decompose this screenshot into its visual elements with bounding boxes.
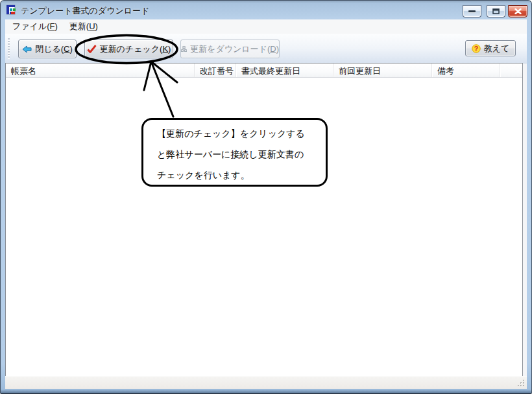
application-window: テンプレート書式のダウンロード ファイル(F) 更新(U) [0,0,532,394]
column-header-last-update[interactable]: 書式最終更新日 [236,64,333,77]
list-header: 帳票名 改訂番号 書式最終更新日 前回更新日 備考 [6,64,522,78]
column-header-revision[interactable]: 改訂番号 [195,64,236,77]
menu-bar: ファイル(F) 更新(U) [5,19,527,34]
menu-update[interactable]: 更新(U) [64,19,104,34]
column-header-prev-update[interactable]: 前回更新日 [333,64,432,77]
toolbar: 閉じる(C) 更新のチェック(K) 更新をダウンロード(D) [5,34,527,64]
svg-text:?: ? [474,44,478,52]
toolbar-gripper[interactable] [8,38,10,59]
callout-line: と弊社サーバーに接続し更新文書の [157,144,326,165]
callout-line: チェックを行います。 [157,165,326,185]
column-header-form-name[interactable]: 帳票名 [6,64,195,77]
resize-grip[interactable] [517,379,526,388]
back-arrow-icon [22,45,32,53]
callout-line: 【更新のチェック】をクリックする [157,123,326,144]
column-header-remarks[interactable]: 備考 [432,64,500,77]
minimize-button[interactable] [463,5,481,17]
close-icon [514,8,522,14]
help-button[interactable]: ? 教えて [465,40,516,56]
close-button[interactable] [508,5,527,17]
client-area: ファイル(F) 更新(U) 閉じる(C) 更新のチェック(K) [5,19,527,389]
check-updates-button[interactable]: 更新のチェック(K) [84,40,173,58]
download-org-icon [181,45,187,53]
minimize-icon [468,10,476,12]
maximize-icon [492,8,500,14]
red-check-icon [87,45,97,53]
annotation-callout: 【更新のチェック】をクリックする と弊社サーバーに接続し更新文書の チェックを行… [141,118,328,187]
window-title: テンプレート書式のダウンロード [21,5,149,17]
maximize-button[interactable] [487,5,505,17]
title-bar[interactable]: テンプレート書式のダウンロード [0,0,532,19]
download-updates-button: 更新をダウンロード(D) [180,40,280,58]
status-bar [5,376,527,389]
close-window-button[interactable]: 閉じる(C) [18,40,77,58]
question-mark-icon: ? [472,44,481,53]
window-controls [457,5,527,17]
menu-file[interactable]: ファイル(F) [6,19,64,34]
template-list: 帳票名 改訂番号 書式最終更新日 前回更新日 備考 [5,63,523,377]
column-header-spacer [500,64,522,77]
app-icon [6,5,17,15]
